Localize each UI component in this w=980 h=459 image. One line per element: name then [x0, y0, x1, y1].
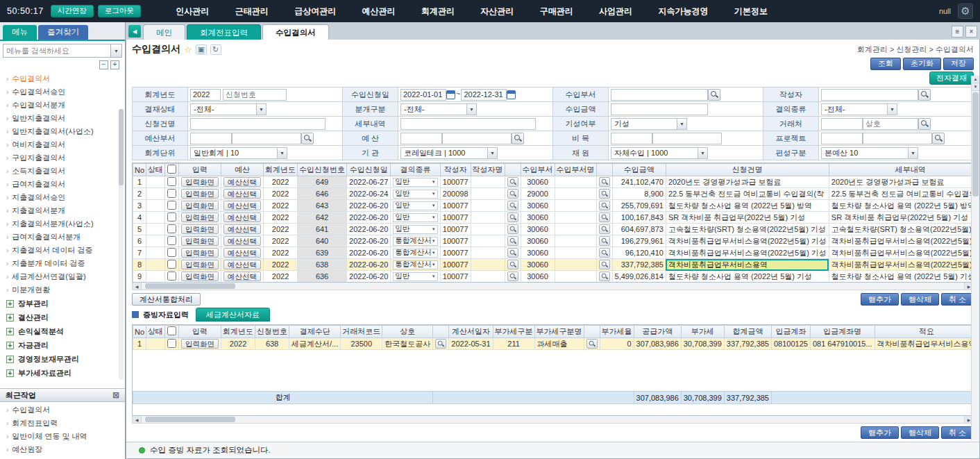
cell-writer[interactable]: 100077: [440, 259, 471, 271]
cell-s1[interactable]: [505, 247, 521, 259]
search-button[interactable]: [599, 201, 610, 210]
recent-item-수입결의서[interactable]: ›수입결의서: [6, 403, 125, 417]
electronic-approval-button[interactable]: 전자결재: [929, 72, 974, 85]
cell-req_no[interactable]: 641: [298, 224, 347, 235]
sidebar-group-경영정보재무관리[interactable]: +경영정보재무관리: [6, 352, 125, 366]
cell-req_no[interactable]: 643: [298, 200, 347, 212]
scroll-up-icon[interactable]: ▲: [972, 76, 979, 83]
col-header-vendor_code[interactable]: 거래처코드: [341, 326, 382, 338]
favorite-star-icon[interactable]: ☆: [184, 44, 192, 55]
expand-plus-icon[interactable]: +: [6, 356, 14, 363]
col-header-invoice_date[interactable]: 계산서일자: [449, 326, 493, 338]
search-button[interactable]: 조회: [870, 58, 901, 70]
clear-recent-icon[interactable]: ⊠: [112, 390, 119, 400]
cell-writer[interactable]: 100077: [440, 224, 471, 235]
income-amount-input[interactable]: [611, 103, 708, 115]
collapse-all-button[interactable]: −: [99, 60, 108, 69]
input-screen-button[interactable]: 입력화면: [181, 177, 219, 187]
search-button[interactable]: [507, 248, 518, 258]
cell-req_no[interactable]: 638: [298, 259, 347, 271]
fund-source-select[interactable]: 자체수입 | 1000▼: [611, 147, 708, 159]
cell-s2[interactable]: [596, 259, 612, 271]
table-row[interactable]: 4입력화면예산선택20226422022-06-20일반▼10007730060…: [133, 212, 974, 224]
row-checkbox[interactable]: [167, 260, 176, 269]
col-header-memo[interactable]: 적요: [875, 326, 974, 338]
cell-amount[interactable]: 241,102,470: [612, 176, 666, 188]
input-screen-button[interactable]: 입력화면: [181, 212, 219, 222]
decision-select[interactable]: 일반▼: [393, 178, 437, 187]
search-button[interactable]: [507, 236, 518, 246]
sidebar-scrollbar[interactable]: [119, 109, 124, 380]
expand-plus-icon[interactable]: +: [6, 342, 14, 349]
col-header-writer_name[interactable]: 작성자명: [471, 164, 505, 176]
row-add-button[interactable]: 행추가: [861, 426, 899, 439]
tab-close-button[interactable]: ×: [965, 26, 977, 37]
cell-dept_name[interactable]: [555, 212, 596, 224]
row-delete-button[interactable]: 행삭제: [901, 426, 939, 439]
cell-req_no[interactable]: 639: [298, 247, 347, 259]
cell-dept_name[interactable]: [555, 247, 596, 259]
col-header-req_date[interactable]: 수입신청일: [347, 164, 391, 176]
col-header-account_name[interactable]: 입금계좌명: [810, 326, 875, 338]
row-checkbox[interactable]: [167, 272, 176, 281]
cell-year[interactable]: 2022: [264, 176, 298, 188]
budget-select-button[interactable]: 예산선택: [223, 189, 261, 199]
budget-code-input[interactable]: [400, 133, 442, 144]
cell-req_date[interactable]: 2022-06-20: [347, 200, 391, 212]
cell-total[interactable]: 337,792,385: [724, 338, 771, 350]
cell-decision[interactable]: 일반▼: [391, 212, 440, 224]
input-screen-button[interactable]: 입력화면: [181, 189, 219, 199]
cell-status[interactable]: [146, 235, 165, 247]
cell-decision[interactable]: 일반▼: [391, 188, 440, 200]
top-menu-기본정보[interactable]: 기본정보: [732, 3, 770, 20]
cell-year[interactable]: 2022: [264, 247, 298, 259]
select-all-checkbox[interactable]: [167, 326, 176, 335]
col-header-year[interactable]: 회계년도: [221, 326, 255, 338]
cell-dept[interactable]: 30060: [521, 224, 555, 235]
row-checkbox[interactable]: [167, 177, 176, 186]
cell-writer_name[interactable]: [471, 259, 505, 271]
cell-writer[interactable]: 100077: [440, 235, 471, 247]
cancel-button[interactable]: 취 소: [941, 426, 974, 439]
approval-status-select[interactable]: -전체-▼: [190, 103, 267, 115]
cell-req_no[interactable]: 642: [298, 212, 347, 224]
sidebar-scrollbar-thumb[interactable]: [119, 109, 124, 185]
project-search-button[interactable]: [932, 133, 945, 144]
cell-no[interactable]: 5: [133, 224, 146, 235]
cell-decision[interactable]: 통합계산서▼: [391, 259, 440, 271]
cell-payment[interactable]: 세금계산서/...: [289, 338, 341, 350]
search-button[interactable]: [599, 189, 610, 199]
cell-s1[interactable]: [433, 338, 449, 350]
cell-check[interactable]: [165, 338, 179, 350]
cell-dept_name[interactable]: [555, 259, 596, 271]
col-header-vat_rate[interactable]: 부가세율: [600, 326, 634, 338]
cell-writer[interactable]: 100077: [440, 212, 471, 224]
top-menu-사업관리[interactable]: 사업관리: [596, 3, 635, 20]
vendor-name-input[interactable]: [863, 118, 918, 130]
recent-item-회계전표입력[interactable]: ›회계전표입력: [6, 417, 125, 430]
favorites-tab[interactable]: 즐겨찾기: [38, 25, 88, 40]
cell-year[interactable]: 2022: [264, 235, 298, 247]
cell-decision[interactable]: 통합계산서▼: [391, 235, 440, 247]
search-button[interactable]: [599, 260, 610, 269]
cell-status[interactable]: [146, 224, 165, 235]
cell-amount[interactable]: 604,697,873: [612, 224, 666, 235]
cell-account_name[interactable]: 081 647910015...: [810, 338, 875, 350]
cell-dept_name[interactable]: [555, 188, 596, 200]
sidebar-item-미분개현황[interactable]: ›미분개현황: [6, 283, 125, 297]
cell-s1[interactable]: [505, 271, 521, 283]
cell-budget_btn[interactable]: 예산선택: [221, 188, 264, 200]
tab-list-button[interactable]: ≡: [952, 26, 963, 37]
cell-title[interactable]: 철도차량 청소사업 용역 (2022년 5월) 방역: [666, 200, 829, 212]
cell-input_btn[interactable]: 입력화면: [179, 224, 221, 235]
income-dept-input[interactable]: [611, 89, 708, 101]
col-header-status[interactable]: 상태: [146, 326, 165, 338]
cell-s2[interactable]: [584, 338, 600, 350]
cell-vat_name[interactable]: 과세매출: [534, 338, 584, 350]
sidebar-item-지출결의서분개(사업소)[interactable]: ›지출결의서분개(사업소): [6, 217, 125, 231]
cell-decision[interactable]: 통합계산서▼: [391, 247, 440, 259]
cell-s1[interactable]: [505, 259, 521, 271]
expand-all-button[interactable]: +: [110, 60, 119, 69]
expand-plus-icon[interactable]: +: [6, 314, 14, 322]
cell-decision[interactable]: 일반▼: [391, 176, 440, 188]
